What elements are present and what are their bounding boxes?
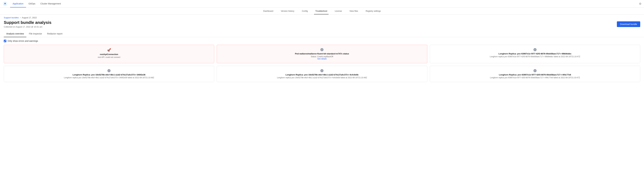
nav-application[interactable]: Application <box>10 0 26 8</box>
card-pod-wallaroo: ✓ Pod wallaroo/wallaroo-fluent-bit-stand… <box>217 45 427 63</box>
check-circle-icon-5: ✓ <box>534 69 536 72</box>
tab-license[interactable]: License <box>334 8 343 14</box>
tab-file-inspector[interactable]: File inspector <box>26 31 44 37</box>
svg-point-1 <box>4 3 6 4</box>
content-tabs: Analysis overview File inspector Redacto… <box>0 31 644 37</box>
check-circle-icon: ✓ <box>320 48 324 51</box>
card-longhorn-4-title: Longhorn Replica: pvc-63907e1e-5f77-42f3… <box>499 73 571 76</box>
tab-registry-settings[interactable]: Registry settings <box>364 8 382 14</box>
breadcrumb: Support bundles > August 17, 2022 <box>0 15 644 19</box>
card-longhorn-replica-2: ✓ Longhorn Replica: pvc-16e5278b-e6cf-48… <box>4 66 214 82</box>
page-header: Support bundle analysis Collected on Aug… <box>0 19 644 31</box>
breadcrumb-separator: > <box>20 17 21 19</box>
tab-dashboard[interactable]: Dashboard <box>262 8 274 14</box>
top-nav-right: ⚙ <box>639 2 642 6</box>
top-navigation: Application GitOps Cluster Management ⚙ <box>0 0 644 8</box>
sub-navigation: Dashboard Version history Config Trouble… <box>0 8 644 15</box>
card-pod-wallaroo-link[interactable]: See details <box>317 58 327 60</box>
nav-gitops[interactable]: GitOps <box>26 0 38 8</box>
card-longhorn-3-title: Longhorn Replica: pvc-16e5278b-e6cf-48c1… <box>286 73 358 76</box>
check-circle-icon-4: ✓ <box>320 69 324 72</box>
page-title-section: Support bundle analysis Collected on Aug… <box>4 20 52 28</box>
tab-redactor-report[interactable]: Redactor report <box>45 31 65 37</box>
card-longhorn-3-subtitle: Longhorn replica pvc-16e5278b-e6cf-48c1-… <box>277 76 367 79</box>
card-longhorn-2-title: Longhorn Replica: pvc-16e5278b-e6cf-48c1… <box>72 73 146 76</box>
app-logo <box>2 1 8 6</box>
top-nav-links: Application GitOps Cluster Management <box>10 0 639 7</box>
check-circle-icon-2: ✓ <box>534 48 536 51</box>
tab-version-history[interactable]: Version history <box>280 8 296 14</box>
tab-analysis-overview[interactable]: Analysis overview <box>4 31 26 37</box>
card-longhorn-1-title: Longhorn Replica: pvc-63907e1e-5f77-42f3… <box>498 52 572 55</box>
card-pod-wallaroo-title: Pod wallaroo/wallaroo-fluent-bit-standar… <box>295 52 349 55</box>
tab-config[interactable]: Config <box>301 8 309 14</box>
tab-view-files[interactable]: View files <box>348 8 359 14</box>
card-longhorn-4-subtitle: Longhorn replica pvc-63907e1e-5f77-42f3-… <box>490 76 580 79</box>
cards-grid: 🚀 restApiConnection rest API: could not … <box>0 45 644 86</box>
settings-icon[interactable]: ⚙ <box>639 2 642 5</box>
card-longhorn-replica-4: ✓ Longhorn Replica: pvc-63907e1e-5f77-42… <box>430 66 640 82</box>
nav-cluster-management[interactable]: Cluster Management <box>38 0 64 8</box>
rocket-icon: 🚀 <box>107 48 111 52</box>
card-pod-wallaroo-subtitle: Status: CrashLoopBackOff <box>311 55 333 58</box>
card-longhorn-replica-3: ✓ Longhorn Replica: pvc-16e5278b-e6cf-48… <box>217 66 427 82</box>
download-bundle-button[interactable]: Download bundle <box>617 21 640 27</box>
errors-warnings-checkbox[interactable] <box>4 40 6 42</box>
page-title: Support bundle analysis <box>4 20 52 25</box>
breadcrumb-support-bundles-link[interactable]: Support bundles <box>4 17 19 19</box>
breadcrumb-current: August 17, 2022 <box>22 17 37 19</box>
filter-bar: Only show errors and warnings <box>0 37 644 45</box>
check-circle-icon-3: ✓ <box>108 69 110 72</box>
page-subtitle: Collected on August 17, 2022 @ 10:31 am <box>4 26 52 28</box>
card-rest-api: 🚀 restApiConnection rest API: could not … <box>4 45 214 63</box>
card-longhorn-1-subtitle: Longhorn replica pvc-63907e1e-5f77-42f3-… <box>490 55 580 58</box>
card-rest-api-subtitle: rest API: could not connect <box>98 56 120 58</box>
card-rest-api-title: restApiConnection <box>100 53 118 55</box>
tab-troubleshoot[interactable]: Troubleshoot <box>314 8 328 14</box>
card-longhorn-replica-1: ✓ Longhorn Replica: pvc-63907e1e-5f77-42… <box>430 45 640 63</box>
card-longhorn-2-subtitle: Longhorn replica pvc-16e5278b-e6cf-48c1-… <box>64 76 154 79</box>
errors-warnings-label: Only show errors and warnings <box>8 40 38 42</box>
